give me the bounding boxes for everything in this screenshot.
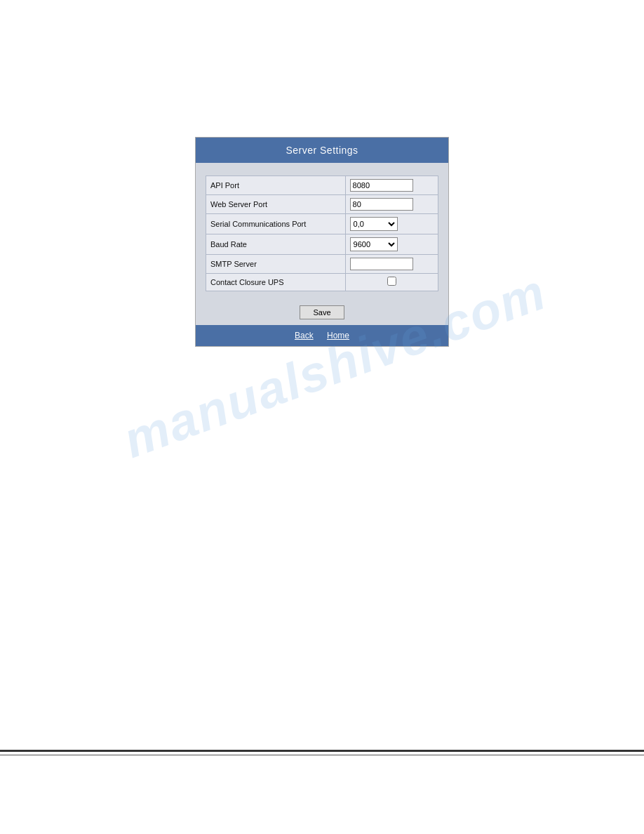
thick-rule	[0, 750, 644, 752]
save-button[interactable]: Save	[300, 305, 344, 319]
web-server-port-label: Web Server Port	[206, 195, 346, 214]
table-row: SMTP Server	[206, 255, 438, 274]
dialog-footer: Back Home	[196, 325, 448, 346]
api-port-cell	[345, 176, 438, 195]
table-row: Baud Rate 9600 19200 38400 57600 115200	[206, 234, 438, 255]
table-row: Serial Communications Port 0,0 COM1 COM2	[206, 214, 438, 234]
dialog-content: API Port Web Server Port Serial Communic…	[196, 163, 448, 298]
table-row: Contact Closure UPS	[206, 274, 438, 291]
smtp-server-cell	[345, 255, 438, 274]
baud-rate-label: Baud Rate	[206, 234, 346, 255]
serial-comm-port-label: Serial Communications Port	[206, 214, 346, 234]
web-server-port-cell	[345, 195, 438, 214]
baud-rate-cell: 9600 19200 38400 57600 115200	[345, 234, 438, 255]
home-link[interactable]: Home	[327, 331, 349, 340]
settings-form: API Port Web Server Port Serial Communic…	[206, 176, 438, 291]
page-wrapper: Server Settings API Port Web Server Port	[0, 0, 644, 834]
bottom-rules	[0, 750, 644, 755]
contact-closure-label: Contact Closure UPS	[206, 274, 346, 291]
table-row: Web Server Port	[206, 195, 438, 214]
serial-comm-port-select[interactable]: 0,0 COM1 COM2	[350, 217, 398, 231]
thin-rule	[0, 755, 644, 755]
contact-closure-checkbox[interactable]	[387, 277, 396, 286]
web-server-port-input[interactable]	[350, 198, 413, 211]
dialog-title: Server Settings	[196, 138, 448, 163]
baud-rate-select[interactable]: 9600 19200 38400 57600 115200	[350, 237, 398, 251]
api-port-input[interactable]	[350, 179, 413, 192]
server-settings-dialog: Server Settings API Port Web Server Port	[195, 137, 449, 347]
serial-comm-port-cell: 0,0 COM1 COM2	[345, 214, 438, 234]
table-row: API Port	[206, 176, 438, 195]
smtp-server-input[interactable]	[350, 258, 413, 270]
contact-closure-cell	[345, 274, 438, 291]
button-area: Save	[196, 298, 448, 325]
back-link[interactable]: Back	[295, 331, 314, 340]
smtp-server-label: SMTP Server	[206, 255, 346, 274]
api-port-label: API Port	[206, 176, 346, 195]
